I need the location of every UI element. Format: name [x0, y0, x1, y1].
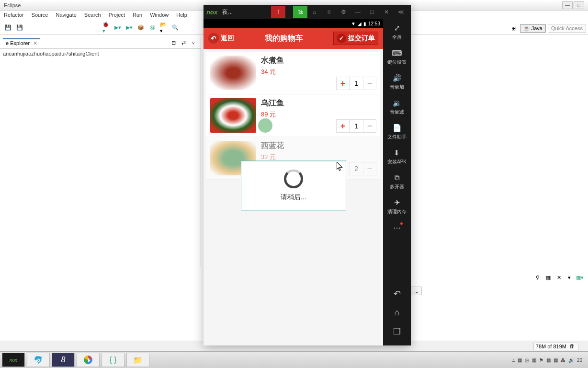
menu-project[interactable]: Project	[109, 12, 125, 20]
back-arrow-icon: ↶	[208, 33, 219, 44]
explorer-tab[interactable]: e Explorer ✕	[3, 38, 40, 47]
taskbar-eclipse-button[interactable]: { }	[102, 353, 124, 367]
save-all-icon[interactable]: 💾	[15, 23, 24, 32]
explorer-tab-bar: e Explorer ✕ ⊟ ⇄ ▿	[0, 37, 201, 49]
pin-console-icon[interactable]: ⚲	[533, 273, 542, 282]
new-class-icon[interactable]: Ⓖ	[148, 23, 157, 32]
nox-maximize-button[interactable]: □	[365, 6, 379, 18]
menu-search[interactable]: Search	[84, 12, 101, 20]
qty-minus-button[interactable]: −	[363, 162, 376, 175]
sidebar-install-apk[interactable]: ⬇安装APK	[387, 147, 407, 167]
gc-trash-icon[interactable]: 🗑	[569, 343, 576, 350]
battery-icon: ▮	[363, 21, 366, 26]
sidebar-multi-instance[interactable]: ⧉多开器	[390, 172, 404, 192]
sidebar-volume-down[interactable]: 🔉音量减	[390, 97, 404, 117]
search-icon[interactable]: 🔍	[171, 23, 180, 32]
cart-item: 水煮鱼 34 元 + 1 −	[206, 52, 380, 94]
taskbar-chrome-button[interactable]	[77, 353, 100, 367]
java-perspective-button[interactable]: ☕ Java	[520, 24, 546, 33]
menu-navigate[interactable]: Navigate	[56, 12, 76, 20]
qty-plus-button[interactable]: +	[336, 119, 350, 133]
scroll-lock-icon[interactable]: ▾	[565, 273, 574, 282]
sidebar-volume-up[interactable]: 🔊音量加	[390, 72, 404, 92]
console-menu-icon[interactable]: ▦▾	[576, 273, 584, 282]
tray-up-icon[interactable]: ▵	[512, 357, 515, 363]
quick-access-input[interactable]: Quick Access	[548, 24, 586, 33]
loading-text: 请稍后...	[281, 193, 306, 202]
android-back-button[interactable]: ↶	[394, 288, 401, 299]
clear-console-icon[interactable]: ✕	[554, 273, 563, 282]
debug-icon[interactable]: 🐞▾	[102, 23, 111, 32]
menu-run[interactable]: Run	[133, 12, 142, 20]
display-console-icon[interactable]: ▦	[544, 273, 553, 282]
fullscreen-icon: ⤢	[392, 23, 402, 33]
check-icon: ✓	[337, 34, 346, 43]
collapse-all-icon[interactable]: ⊟	[169, 39, 178, 47]
nox-alert-icon[interactable]: !	[271, 6, 285, 18]
menu-help[interactable]: Help	[176, 12, 187, 20]
nox-shop-icon[interactable]: 🛍	[293, 6, 307, 18]
submit-order-button[interactable]: ✓ 提交订单	[333, 32, 378, 45]
memory-indicator[interactable]: 78M of 819M 🗑	[533, 343, 578, 350]
status-time: 12:53	[368, 21, 380, 26]
tray-icon[interactable]: ◎	[525, 357, 529, 363]
sidebar-keymap[interactable]: ⌨键位设置	[387, 47, 407, 67]
new-package-icon[interactable]: 📦	[136, 23, 145, 32]
close-icon[interactable]: ✕	[33, 40, 37, 46]
console-tab[interactable]: ...	[411, 287, 422, 295]
back-button[interactable]: ↶ 返回	[208, 33, 234, 44]
qty-plus-button[interactable]: +	[336, 77, 350, 90]
file-icon: 📄	[392, 123, 402, 133]
android-home-button[interactable]: ⌂	[395, 308, 400, 318]
menu-window[interactable]: Window	[150, 12, 169, 20]
open-perspective-icon[interactable]: ⊞	[509, 24, 518, 33]
rocket-icon: ✈	[392, 198, 402, 207]
tray-volume-icon[interactable]: 🔊	[568, 357, 574, 363]
nox-menu-icon[interactable]: ≡	[322, 6, 336, 18]
taskbar-app-button[interactable]: 🐬	[27, 353, 50, 367]
qty-value: 2	[350, 162, 363, 175]
menu-refactor[interactable]: Refactor	[4, 12, 24, 20]
android-screen: ▼ ◢ ▮ 12:53 ↶ 返回 我的购物车 ✓ 提交订单	[204, 19, 383, 345]
sidebar-clean-memory[interactable]: ✈清理内存	[387, 196, 407, 217]
nox-collapse-sidebar-icon[interactable]: ≪	[394, 6, 408, 18]
item-name: 乌江鱼	[261, 98, 376, 108]
nox-home-icon[interactable]: ⌂	[307, 6, 322, 18]
nox-emulator-window: nox 夜... ! 🛍 ⌂ ≡ ⚙ — □ ✕ ≪ ▼ ◢ ▮ 12:53 ↶	[204, 5, 411, 345]
sidebar-more-icon[interactable]: ⋯	[393, 223, 401, 232]
taskbar-app-button[interactable]: 8	[52, 353, 75, 367]
taskbar-nox-button[interactable]: nox	[2, 353, 25, 367]
tray-icon[interactable]: ▦	[518, 357, 522, 363]
tray-time[interactable]: 20	[577, 357, 582, 363]
keyboard-icon: ⌨	[392, 48, 402, 58]
nox-app-title: 夜...	[222, 8, 233, 16]
sidebar-file-helper[interactable]: 📄文件助手	[387, 122, 407, 142]
window-maximize-button[interactable]: □	[574, 1, 584, 9]
nox-minimize-button[interactable]: —	[351, 6, 365, 18]
nox-settings-icon[interactable]: ⚙	[336, 6, 351, 18]
tray-icon[interactable]: ▦	[532, 357, 536, 363]
tray-icon[interactable]: ▦	[546, 357, 551, 363]
menu-source[interactable]: Source	[32, 12, 48, 20]
tray-icon[interactable]: ▦	[554, 357, 558, 363]
android-recent-button[interactable]: ❐	[393, 326, 401, 337]
loading-dialog: 请稍后...	[241, 161, 346, 210]
window-minimize-button[interactable]: —	[562, 1, 573, 9]
nox-logo: nox	[206, 9, 217, 16]
view-menu-icon[interactable]: ▿	[189, 39, 198, 47]
system-tray[interactable]: ▵ ▦ ◎ ▦ ⚑ ▦ ▦ 🖧 🔊 20	[512, 357, 586, 363]
qty-minus-button[interactable]: −	[363, 77, 376, 90]
nox-close-button[interactable]: ✕	[379, 6, 394, 18]
link-editor-icon[interactable]: ⇄	[179, 39, 188, 47]
save-icon[interactable]: 💾	[4, 23, 12, 32]
tray-network-icon[interactable]: 🖧	[561, 357, 565, 363]
tray-flag-icon[interactable]: ⚑	[539, 357, 543, 363]
taskbar-explorer-button[interactable]: 📁	[126, 353, 149, 367]
open-type-icon[interactable]: 📂▾	[159, 23, 168, 32]
run-icon[interactable]: ▶▾	[113, 23, 122, 32]
run-last-icon[interactable]: ▶▾	[125, 23, 134, 32]
item-name: 水煮鱼	[261, 56, 376, 66]
project-tree-item[interactable]: ancanhujiaozhuohaopaidui7shitangClient	[0, 49, 201, 58]
sidebar-fullscreen[interactable]: ⤢全屏	[392, 22, 402, 42]
qty-minus-button[interactable]: −	[363, 119, 376, 133]
